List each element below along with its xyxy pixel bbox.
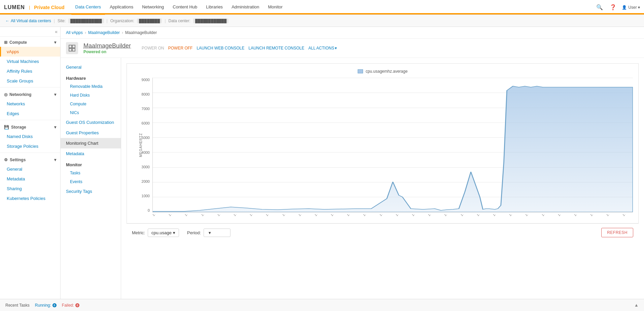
panel-item-guest-os[interactable]: Guest OS Customization (61, 117, 121, 128)
org-label: Organization: (110, 19, 134, 23)
nav-item-monitor[interactable]: Monitor (264, 0, 287, 15)
chart-container: cpu.usagemhz.average MEGAHERTZ 9000 8000… (121, 58, 644, 299)
x-label: 1:05 pm (184, 214, 194, 217)
panel-item-guest-props[interactable]: Guest Properties (61, 128, 121, 138)
chart-inner (152, 78, 633, 212)
settings-label: Settings (10, 158, 26, 162)
sidebar-item-vms[interactable]: Virtual Machines (0, 57, 60, 66)
period-select[interactable]: ▾ (204, 229, 230, 237)
nav-item-libraries[interactable]: Libraries (202, 0, 227, 15)
x-label: 1:16 pm (362, 214, 372, 217)
panel-sub-removable[interactable]: Removable Media (61, 82, 121, 91)
x-label: 1:25 pm (508, 214, 518, 217)
x-label: 1:07 pm (217, 214, 227, 217)
breadcrumb-all-vapps[interactable]: All vApps (66, 30, 83, 35)
top-nav: LUMEN | Private Cloud Data Centers Appli… (0, 0, 644, 15)
x-label: 1:04 pm (168, 214, 178, 217)
chevron-down-icon3: ▾ (54, 125, 56, 130)
main-layout: « ⊞ Compute ▾ vApps Virtual Machines Aff… (0, 27, 644, 299)
legend-label: cpu.usagemhz.average (366, 69, 408, 74)
svg-rect-2 (69, 48, 72, 51)
settings-icon: ⚙ (4, 158, 8, 162)
power-on-button[interactable]: POWER ON (142, 45, 164, 51)
panel-sub-nics[interactable]: NICs (61, 108, 121, 117)
x-label: 1:31 pm (606, 214, 616, 217)
sub-nav-divider3: | (165, 19, 166, 23)
back-link[interactable]: ← All Virtual data centers (5, 19, 51, 23)
nav-item-contenthub[interactable]: Content Hub (169, 0, 201, 15)
help-icon[interactable]: ❓ (608, 3, 618, 12)
sidebar-networking-header[interactable]: ◎ Networking ▾ (0, 89, 60, 99)
logo-lumen: LUMEN (4, 4, 25, 10)
sub-nav-divider: | (54, 19, 55, 23)
nav-item-datacenters[interactable]: Data Centers (71, 0, 105, 15)
panel-item-metadata[interactable]: Metadata (61, 148, 121, 159)
compute-label: Compute (9, 40, 27, 45)
panel-sub-events[interactable]: Events (61, 177, 121, 186)
running-count-badge: 0 (52, 303, 57, 307)
collapse-button[interactable]: « (55, 29, 58, 34)
sidebar-item-metadata[interactable]: Metadata (0, 174, 60, 184)
breadcrumb-sep2: › (122, 30, 123, 35)
sidebar-storage-header[interactable]: 💾 Storage ▾ (0, 122, 60, 132)
sidebar-item-sharing[interactable]: Sharing (0, 184, 60, 194)
vapp-info: MaaImageBuilder Powered on (83, 42, 131, 54)
chart-y-label: MEGAHERTZ (139, 133, 143, 157)
x-label: 1:19 pm (411, 214, 421, 217)
sidebar-item-general[interactable]: General (0, 164, 60, 174)
recent-tasks-label: Recent Tasks (5, 303, 30, 308)
panel-item-monitoring[interactable]: Monitoring Chart (61, 138, 121, 148)
storage-label: Storage (11, 125, 26, 130)
panel-sub-harddisks[interactable]: Hard Disks (61, 91, 121, 100)
launch-remote-console-button[interactable]: LAUNCH REMOTE CONSOLE (248, 45, 304, 51)
sidebar-item-k8s[interactable]: Kubernetes Policies (0, 194, 60, 203)
power-off-button[interactable]: POWER OFF (168, 45, 193, 51)
sidebar-compute-header[interactable]: ⊞ Compute ▾ (0, 37, 60, 47)
failed-status: Failed: 0 (62, 303, 79, 308)
user-area[interactable]: 👤 User ▾ (622, 5, 640, 10)
sub-nav: ← All Virtual data centers | Site: █████… (0, 15, 644, 27)
sidebar-item-affinity[interactable]: Affinity Rules (0, 66, 60, 76)
running-label: Running: (35, 303, 51, 308)
x-label: 1:30 pm (589, 214, 600, 217)
sidebar-item-nameddisks[interactable]: Named Disks (0, 132, 60, 141)
sidebar-item-networks[interactable]: Networks (0, 99, 60, 109)
sidebar-storage-section: 💾 Storage ▾ Named Disks Storage Policies (0, 122, 60, 151)
nav-item-administration[interactable]: Administration (227, 0, 263, 15)
x-label: 1:08 pm (233, 214, 243, 217)
sidebar-item-scale[interactable]: Scale Groups (0, 76, 60, 86)
y-val-6000: 6000 (142, 121, 150, 125)
nav-item-networking[interactable]: Networking (138, 0, 168, 15)
left-panel: General Hardware Removable Media Hard Di… (61, 58, 121, 299)
x-label: 1:06 pm (201, 214, 211, 217)
nav-item-applications[interactable]: Applications (106, 0, 137, 15)
sidebar-item-edges[interactable]: Edges (0, 109, 60, 118)
failed-label: Failed: (62, 303, 74, 308)
panel-sub-tasks[interactable]: Tasks (61, 169, 121, 177)
chevron-down-icon: ▾ (54, 40, 56, 45)
sidebar-item-vapps[interactable]: vApps (0, 47, 60, 57)
breadcrumb-maaimagebuilder1[interactable]: MaaImageBuilder (88, 30, 120, 35)
panel-item-general[interactable]: General (61, 62, 121, 72)
grid-icon: ⊞ (4, 40, 7, 45)
panel-item-security-tags[interactable]: Security Tags (61, 186, 121, 197)
sidebar-collapse: « (0, 27, 60, 37)
period-control-group: Period: ▾ (187, 229, 230, 237)
launch-web-console-button[interactable]: LAUNCH WEB CONSOLE (196, 45, 244, 51)
metric-control-group: Metric: cpu.usage ▾ (132, 229, 179, 237)
sidebar-item-storagepolicies[interactable]: Storage Policies (0, 141, 60, 151)
sidebar-settings-section: ⚙ Settings ▾ General Metadata Sharing Ku… (0, 154, 60, 203)
all-actions-button[interactable]: ALL ACTIONS ▾ (308, 45, 337, 51)
x-label: 1:28 pm (557, 214, 567, 217)
back-link-label: All Virtual data centers (11, 19, 51, 23)
scroll-up-button[interactable]: ▲ (634, 303, 639, 308)
x-label: 1:22 pm (460, 214, 470, 217)
search-icon[interactable]: 🔍 (595, 3, 604, 12)
site-value: ████████████ (68, 19, 104, 23)
y-val-2000: 2000 (142, 179, 150, 183)
refresh-button[interactable]: REFRESH (601, 228, 633, 237)
panel-sub-compute[interactable]: Compute (61, 100, 121, 108)
y-val-8000: 8000 (142, 92, 150, 96)
metric-select[interactable]: cpu.usage ▾ (148, 229, 179, 237)
sidebar-settings-header[interactable]: ⚙ Settings ▾ (0, 154, 60, 164)
